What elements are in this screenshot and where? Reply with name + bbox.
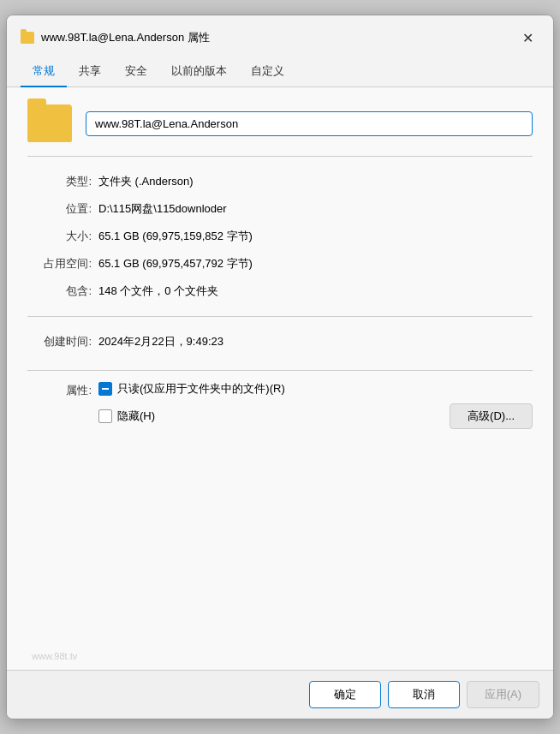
bottom-bar: 确定 取消 应用(A) [7, 670, 553, 719]
created-grid: 创建时间: 2024年2月22日，9:49:23 [27, 327, 533, 356]
divider-1 [27, 156, 533, 157]
tab-previous-versions[interactable]: 以前的版本 [159, 57, 239, 87]
apply-button[interactable]: 应用(A) [467, 681, 539, 708]
tab-security[interactable]: 安全 [113, 57, 159, 87]
attribute-options: 只读(仅应用于文件夹中的文件)(R) 隐藏(H) 高级(D)... [98, 381, 533, 429]
hidden-row: 隐藏(H) [98, 409, 155, 424]
attributes-section: 属性: 只读(仅应用于文件夹中的文件)(R) 隐藏(H) 高级(D)... [27, 381, 533, 429]
window-title: www.98T.la@Lena.Anderson 属性 [41, 30, 210, 45]
created-value: 2024年2月22日，9:49:23 [98, 334, 533, 349]
hidden-label: 隐藏(H) [117, 409, 155, 424]
folder-header [27, 104, 533, 142]
disk-size-label: 占用空间: [27, 256, 92, 272]
disk-size-row: 占用空间: 65.1 GB (69,975,457,792 字节) [27, 256, 533, 272]
confirm-button[interactable]: 确定 [309, 681, 381, 708]
type-row: 类型: 文件夹 (.Anderson) [27, 174, 533, 189]
location-row: 位置: D:\115网盘\115downloder [27, 201, 533, 217]
divider-3 [27, 370, 533, 371]
folder-name-input[interactable] [86, 111, 533, 136]
folder-icon-large [27, 104, 72, 142]
cancel-button[interactable]: 取消 [388, 681, 460, 708]
readonly-row: 只读(仅应用于文件夹中的文件)(R) [98, 381, 533, 397]
contains-row: 包含: 148 个文件，0 个文件夹 [27, 283, 533, 299]
tab-share[interactable]: 共享 [67, 57, 113, 87]
type-value: 文件夹 (.Anderson) [98, 174, 533, 189]
created-label: 创建时间: [27, 334, 92, 349]
created-row: 创建时间: 2024年2月22日，9:49:23 [27, 334, 533, 349]
location-value: D:\115网盘\115downloder [98, 201, 533, 217]
attributes-label: 属性: [27, 381, 92, 398]
size-row: 大小: 65.1 GB (69,975,159,852 字节) [27, 229, 533, 244]
title-bar: www.98T.la@Lena.Anderson 属性 ✕ [7, 15, 553, 57]
close-button[interactable]: ✕ [515, 26, 539, 50]
size-value: 65.1 GB (69,975,159,852 字节) [98, 229, 533, 244]
location-label: 位置: [27, 201, 92, 217]
properties-window: www.98T.la@Lena.Anderson 属性 ✕ 常规 共享 安全 以… [6, 15, 554, 719]
disk-size-value: 65.1 GB (69,975,457,792 字节) [98, 256, 533, 272]
tab-content: 类型: 文件夹 (.Anderson) 位置: D:\115网盘\115down… [7, 87, 553, 670]
readonly-checkbox[interactable] [98, 382, 112, 396]
divider-2 [27, 316, 533, 317]
advanced-button[interactable]: 高级(D)... [450, 403, 533, 429]
readonly-label: 只读(仅应用于文件夹中的文件)(R) [117, 381, 285, 397]
watermark: www.98t.tv [32, 651, 77, 661]
info-grid: 类型: 文件夹 (.Anderson) 位置: D:\115网盘\115down… [27, 167, 533, 306]
contains-label: 包含: [27, 283, 92, 299]
title-bar-left: www.98T.la@Lena.Anderson 属性 [21, 30, 210, 45]
tab-general[interactable]: 常规 [21, 57, 67, 87]
type-label: 类型: [27, 174, 92, 189]
tab-bar: 常规 共享 安全 以前的版本 自定义 [7, 57, 553, 87]
hidden-checkbox[interactable] [98, 409, 112, 423]
tab-custom[interactable]: 自定义 [239, 57, 296, 87]
folder-icon-title [21, 32, 34, 44]
contains-value: 148 个文件，0 个文件夹 [98, 283, 533, 299]
size-label: 大小: [27, 229, 92, 244]
